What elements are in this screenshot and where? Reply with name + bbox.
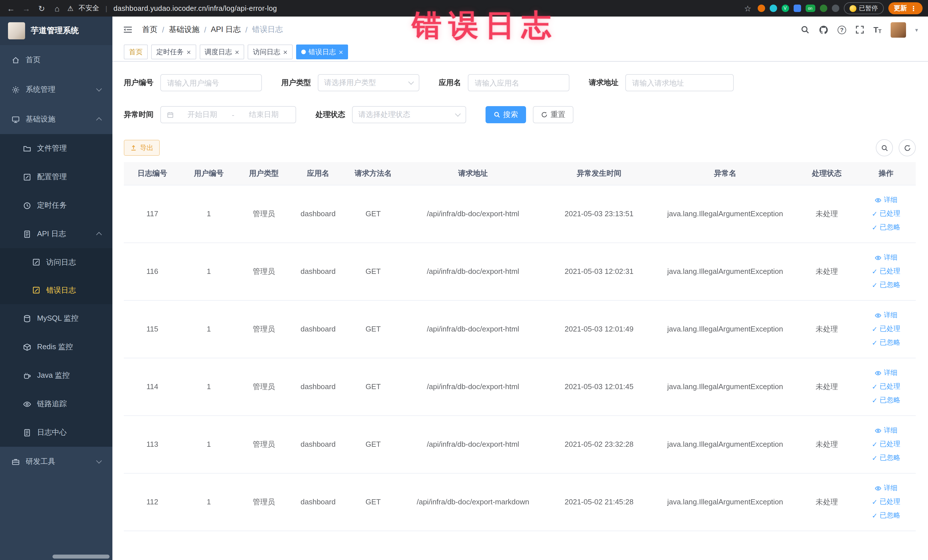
detail-link[interactable]: 详细: [884, 483, 897, 493]
hamburger-icon[interactable]: [123, 24, 133, 35]
ignored-link[interactable]: 已忽略: [880, 453, 901, 463]
sidebar-item-redis[interactable]: Redis 监控: [0, 333, 112, 361]
breadcrumb-item[interactable]: 首页: [142, 24, 157, 35]
processed-link[interactable]: 已处理: [880, 382, 901, 391]
sidebar-item-infra[interactable]: 基础设施: [0, 104, 112, 134]
sidebar-item-java[interactable]: Java 监控: [0, 361, 112, 390]
extension-icon[interactable]: [769, 5, 777, 12]
fullscreen-icon[interactable]: [855, 25, 864, 34]
browser-back-icon[interactable]: ←: [6, 4, 16, 13]
sidebar-item-access-log[interactable]: 访问日志: [0, 248, 112, 276]
tab-home[interactable]: 首页: [124, 44, 148, 60]
sidebar-item-system[interactable]: 系统管理: [0, 75, 112, 104]
refresh-icon: [541, 111, 548, 118]
ignored-link[interactable]: 已忽略: [880, 223, 901, 232]
request-url-input[interactable]: [625, 74, 734, 91]
process-status-select[interactable]: 请选择处理状态: [352, 106, 466, 123]
detail-link[interactable]: 详细: [884, 253, 897, 262]
sidebar-item-config[interactable]: 配置管理: [0, 163, 112, 191]
help-icon[interactable]: ?: [838, 25, 846, 34]
user-id-input[interactable]: [160, 74, 262, 91]
tab-access-log[interactable]: 访问日志 ×: [247, 44, 292, 60]
extension-icon[interactable]: V: [781, 5, 789, 12]
bookmark-star-icon[interactable]: ☆: [743, 4, 753, 13]
update-button[interactable]: 更新 ⋮: [888, 2, 923, 14]
cell-app-name: dashboard: [291, 185, 345, 243]
tab-error-log[interactable]: 错误日志 ×: [296, 44, 348, 60]
extension-on-icon[interactable]: on: [805, 5, 815, 12]
extension-leaf-icon[interactable]: [820, 5, 827, 12]
sidebar-item-error-log[interactable]: 错误日志: [0, 276, 112, 304]
sidebar-item-label: 配置管理: [37, 172, 67, 182]
close-icon[interactable]: ×: [186, 48, 191, 56]
close-icon[interactable]: ×: [339, 48, 343, 56]
browser-chrome: ← → ↻ ⌂ ⚠ 不安全 | dashboard.yudao.iocoder.…: [0, 0, 928, 17]
browser-home-icon[interactable]: ⌂: [52, 4, 62, 13]
security-label[interactable]: 不安全: [79, 3, 99, 13]
github-icon[interactable]: [819, 25, 829, 35]
chevron-up-icon: [96, 232, 102, 238]
ignored-link[interactable]: 已忽略: [880, 511, 901, 520]
ignored-link[interactable]: 已忽略: [880, 395, 901, 405]
reset-button[interactable]: 重置: [533, 106, 573, 123]
breadcrumb-item[interactable]: 基础设施: [169, 24, 200, 35]
sidebar-item-job[interactable]: 定时任务: [0, 191, 112, 220]
breadcrumb: 首页 / 基础设施 / API 日志 / 错误日志: [142, 24, 283, 35]
font-size-icon[interactable]: TT: [873, 25, 882, 34]
ignored-link[interactable]: 已忽略: [880, 338, 901, 348]
address-bar[interactable]: dashboard.yudao.iocoder.cn/infra/log/api…: [113, 4, 737, 12]
sidebar-scrollbar[interactable]: [52, 555, 110, 558]
caret-down-icon[interactable]: ▾: [915, 26, 918, 33]
refresh-table-button[interactable]: [899, 139, 916, 156]
security-warning-icon[interactable]: ⚠: [67, 4, 73, 12]
sidebar-item-log-center[interactable]: 日志中心: [0, 418, 112, 447]
ignored-link[interactable]: 已忽略: [880, 280, 901, 290]
reset-button-label: 重置: [551, 110, 565, 120]
browser-reload-icon[interactable]: ↻: [37, 4, 47, 13]
browser-forward-icon[interactable]: →: [21, 4, 31, 13]
sidebar-item-mysql[interactable]: MySQL 监控: [0, 304, 112, 333]
toggle-search-button[interactable]: [876, 139, 893, 156]
sidebar-item-home[interactable]: 首页: [0, 45, 112, 75]
user-type-label: 用户类型: [281, 78, 311, 88]
paused-badge[interactable]: 已暂停: [844, 2, 884, 14]
extension-icon[interactable]: [757, 5, 765, 12]
app-name-input[interactable]: [468, 74, 569, 91]
search-button[interactable]: 搜索: [485, 106, 526, 123]
tab-job-log[interactable]: 调度日志 ×: [199, 44, 244, 60]
breadcrumb-item[interactable]: API 日志: [211, 24, 241, 35]
detail-link[interactable]: 详细: [884, 310, 897, 320]
sidebar-item-api-log[interactable]: API 日志: [0, 220, 112, 248]
cell-user-type: 管理员: [237, 473, 291, 531]
extension-icon[interactable]: [832, 5, 839, 12]
user-type-select[interactable]: 请选择用户类型: [318, 74, 419, 91]
table-header-row: 日志编号 用户编号 用户类型 应用名 请求方法名 请求地址 异常发生时间 异常名…: [124, 162, 916, 185]
exception-time-label: 异常时间: [124, 110, 154, 120]
update-label: 更新: [894, 4, 907, 12]
tab-job[interactable]: 定时任务 ×: [151, 44, 196, 60]
close-icon[interactable]: ×: [235, 48, 239, 56]
export-button-label: 导出: [140, 143, 154, 153]
avatar[interactable]: [891, 22, 906, 37]
processed-link[interactable]: 已处理: [880, 267, 901, 276]
document-icon: [32, 258, 41, 267]
processed-link[interactable]: 已处理: [880, 439, 901, 449]
browser-menu-icon[interactable]: ⋮: [910, 4, 917, 12]
export-button[interactable]: 导出: [124, 140, 160, 156]
check-icon: ✓: [872, 210, 878, 218]
processed-link[interactable]: 已处理: [880, 497, 901, 507]
sidebar-item-dev-tools[interactable]: 研发工具: [0, 447, 112, 476]
detail-link[interactable]: 详细: [884, 195, 897, 205]
sidebar-item-trace[interactable]: 链路追踪: [0, 390, 112, 418]
extension-grid-icon[interactable]: [793, 5, 801, 12]
close-icon[interactable]: ×: [283, 48, 287, 56]
cell-actions: 详细 ✓已处理 ✓已忽略: [856, 243, 916, 300]
detail-link[interactable]: 详细: [884, 426, 897, 435]
detail-link[interactable]: 详细: [884, 368, 897, 378]
processed-link[interactable]: 已处理: [880, 324, 901, 334]
processed-link[interactable]: 已处理: [880, 209, 901, 218]
sidebar-item-file[interactable]: 文件管理: [0, 134, 112, 163]
exception-time-range-picker[interactable]: 开始日期 - 结束日期: [160, 106, 296, 123]
cell-log-id: 117: [124, 185, 181, 243]
search-icon[interactable]: [800, 25, 810, 34]
